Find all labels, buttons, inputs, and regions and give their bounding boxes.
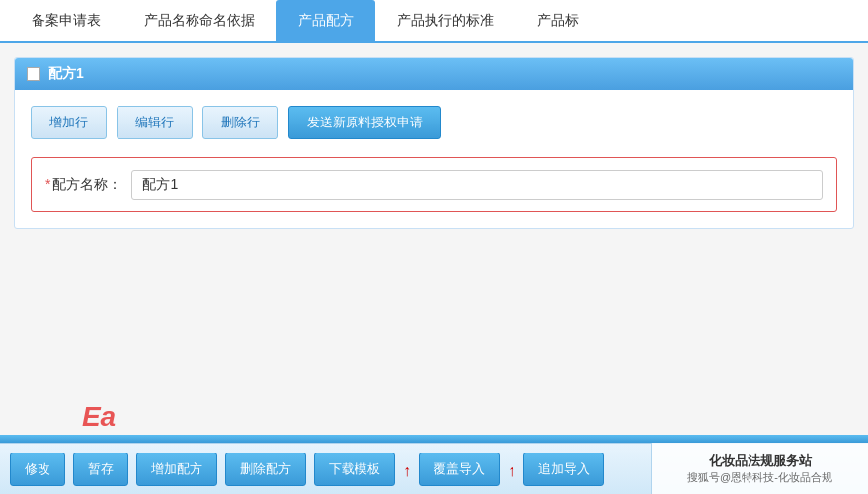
formula-name-input[interactable] xyxy=(131,170,823,200)
tab-standard[interactable]: 产品执行的标准 xyxy=(375,0,515,43)
tab-formula[interactable]: 产品配方 xyxy=(276,0,375,43)
main-content: 配方1 增加行 编辑行 删除行 发送新原料授权申请 *配方名称： xyxy=(0,43,868,443)
formula-header-checkbox[interactable] xyxy=(27,67,40,81)
wechat-line2: 搜狐号@恩特科技-化妆品合规 xyxy=(687,470,832,485)
action-buttons-row: 增加行 编辑行 删除行 发送新原料授权申请 xyxy=(31,106,837,139)
delete-formula-button[interactable]: 删除配方 xyxy=(225,453,306,486)
required-star: * xyxy=(45,176,50,192)
edit-row-button[interactable]: 编辑行 xyxy=(117,106,193,139)
tab-product-mark[interactable]: 产品标 xyxy=(515,0,600,43)
send-auth-button[interactable]: 发送新原料授权申请 xyxy=(288,106,441,139)
delete-row-button[interactable]: 删除行 xyxy=(202,106,278,139)
download-template-button[interactable]: 下载模板 xyxy=(314,453,395,486)
formula-name-row: *配方名称： xyxy=(31,157,837,212)
add-formula-button[interactable]: 增加配方 xyxy=(136,453,217,486)
formula-card: 配方1 增加行 编辑行 删除行 发送新原料授权申请 *配方名称： xyxy=(14,57,854,229)
save-draft-button[interactable]: 暂存 xyxy=(73,453,128,486)
formula-card-title: 配方1 xyxy=(48,65,84,83)
formula-name-label: *配方名称： xyxy=(45,176,121,194)
cursor-arrow-1: ↑ xyxy=(403,462,411,480)
top-nav: 备案申请表 产品名称命名依据 产品配方 产品执行的标准 产品标 xyxy=(0,0,868,43)
cover-import-button[interactable]: 覆盖导入 xyxy=(419,453,500,486)
formula-card-body: 增加行 编辑行 删除行 发送新原料授权申请 *配方名称： xyxy=(15,90,853,228)
add-row-button[interactable]: 增加行 xyxy=(31,106,107,139)
formula-card-header: 配方1 xyxy=(15,58,853,90)
tab-filing-form[interactable]: 备案申请表 xyxy=(10,0,122,43)
ea-logo: Ea xyxy=(59,395,138,439)
cursor-arrow-2: ↑ xyxy=(508,462,515,480)
wechat-watermark: 化妆品法规服务站 搜狐号@恩特科技-化妆品合规 xyxy=(651,443,868,494)
bottom-bar: 修改 暂存 增加配方 删除配方 下载模板 ↑ 覆盖导入 ↑ 追加导入 化妆品法规… xyxy=(0,443,868,494)
tab-naming-basis[interactable]: 产品名称命名依据 xyxy=(122,0,276,43)
modify-button[interactable]: 修改 xyxy=(10,453,65,486)
append-import-button[interactable]: 追加导入 xyxy=(523,453,604,486)
wechat-line1: 化妆品法规服务站 xyxy=(709,453,812,470)
